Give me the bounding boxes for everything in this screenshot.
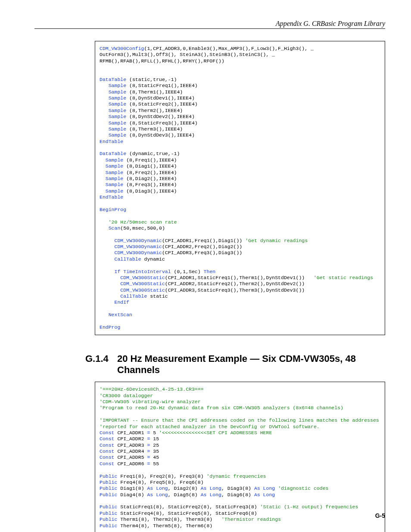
code-token: (8,Therm3(),IEEE4) xyxy=(126,126,183,132)
code-token: Sample xyxy=(106,157,123,163)
code-token: Sample xyxy=(106,170,123,175)
code-token: Scan xyxy=(109,225,121,231)
code-token: Sample xyxy=(109,132,126,138)
code-token: CPI_ADDR3 xyxy=(115,442,147,448)
code-token: Sample xyxy=(109,89,126,95)
code-token: 'Thermistor readings xyxy=(221,516,281,522)
code-token: Sample xyxy=(109,126,126,132)
code-token xyxy=(100,108,109,113)
code-token: CDM_VW300Static xyxy=(120,281,165,286)
code-token: Freq1(8), Freq2(8), Freq3(8) xyxy=(117,473,206,479)
code-token: Sample xyxy=(109,95,126,101)
code-token: Const xyxy=(100,430,115,436)
code-token xyxy=(100,244,115,249)
code-token: CDM_VW300Dynamic xyxy=(115,238,162,243)
code-token: StaticFreq4(8), StaticFreq5(8), StaticFr… xyxy=(117,510,257,516)
code-token: Const xyxy=(100,436,115,442)
code-listing-2: '===20Hz-6Devices8Ch_4-25-13.CR3=== 'CR3… xyxy=(95,382,385,532)
code-token: Sample xyxy=(109,83,126,88)
code-token: DataTable xyxy=(100,151,126,156)
code-token: CDM_VW300Static xyxy=(120,287,165,293)
code-token: (8,DynStdDev2(),IEEE4) xyxy=(126,114,195,119)
code-token: (CPI_ADDR2,StaticFreq2(),Therm2(),DynStd… xyxy=(165,281,305,286)
code-token: Freq4(8), Freq5(8), Freq6(8) xyxy=(117,479,203,485)
code-token xyxy=(100,157,106,163)
code-token: dynamic xyxy=(141,256,165,262)
code-token: CDM_VW300Dynamic xyxy=(115,250,162,255)
code-token: (8,Diag3(),IEEE4) xyxy=(123,188,177,194)
code-token: 55 xyxy=(150,461,159,467)
code-token: (8,StaticFreq3(),IEEE4) xyxy=(126,120,198,126)
code-token xyxy=(100,287,120,293)
page-number: G-5 xyxy=(375,512,385,519)
code-token xyxy=(100,120,109,126)
code-token: static xyxy=(147,293,168,299)
code-token xyxy=(100,182,106,187)
code-token xyxy=(100,126,109,132)
code-token: (1,CPI_ADDR3,0,Enable3(),Max_AMP3(),F_Lo… xyxy=(144,46,314,51)
code-token: 15 xyxy=(150,436,159,442)
code-token xyxy=(100,293,120,299)
code-token: As Long xyxy=(201,485,221,491)
code-token xyxy=(100,101,109,107)
code-token: EndTable xyxy=(100,139,123,144)
code-token: (8,DynStdDev3(),IEEE4) xyxy=(126,132,195,138)
code-token: , Diag2(8) xyxy=(168,485,201,491)
code-token xyxy=(100,238,115,243)
code-token: Public xyxy=(100,510,117,516)
code-token: BeginProg xyxy=(100,207,126,212)
code-token: Public xyxy=(100,473,117,479)
code-token: , Diag5(8) xyxy=(168,492,201,498)
code-token: (8,Therm2(),IEEE4) xyxy=(126,108,183,113)
code-token: (8,Therm1(),IEEE4) xyxy=(126,89,183,95)
code-token: (CPI_ADDR3,Freq3(),Diag3()) xyxy=(162,250,242,255)
code-token: Sample xyxy=(106,163,123,169)
code-token: Const xyxy=(100,461,115,467)
code-token: 45 xyxy=(150,454,159,460)
code-token: Public xyxy=(100,492,117,498)
code-token: CPI_ADDR1 xyxy=(115,430,147,436)
code-token: , Diag6(8) xyxy=(221,492,254,498)
code-token: 'IMPORTANT -- Ensure that the CPI addres… xyxy=(100,417,379,423)
code-token: Diag4(8) xyxy=(117,492,147,498)
code-token: 'CDM-VW305 vibrating-wire analyzer xyxy=(100,399,201,404)
code-token: CPI_ADDR6 xyxy=(115,461,147,467)
code-token xyxy=(100,250,115,255)
code-token: CallTable xyxy=(120,293,147,299)
code-token xyxy=(100,275,120,280)
code-token: (8,Diag2(),IEEE4) xyxy=(123,176,177,181)
code-token: CPI_ADDR5 xyxy=(115,454,147,460)
code-token xyxy=(100,83,109,88)
code-token: (8,Freq2(),IEEE4) xyxy=(123,170,177,175)
code-token: DataTable xyxy=(100,77,126,82)
code-token: OutForm3(),Mult3(),Off3(), SteinA3(),Ste… xyxy=(100,52,275,57)
code-token: '===20Hz-6Devices8Ch_4-25-13.CR3=== xyxy=(100,386,204,392)
code-token: As Long xyxy=(147,492,168,498)
code-token: Sample xyxy=(106,188,123,194)
code-token xyxy=(100,281,120,286)
code-listing-1: CDM_VW300Config(1,CPI_ADDR3,0,Enable3(),… xyxy=(95,41,385,335)
code-token: As Long xyxy=(254,485,275,491)
code-token: (CPI_ADDR1,StaticFreq1(),Therm1(),DynStd… xyxy=(165,275,314,280)
code-token: 25 xyxy=(150,442,159,448)
code-token: As Long xyxy=(254,492,275,498)
code-token: (8,Freq1(),IEEE4) xyxy=(123,157,177,163)
code-token: '<<<<<<<<<<<<<<<SET CPI ADDRESSES HERE xyxy=(159,430,272,436)
code-token: CPI_ADDR4 xyxy=(115,448,147,454)
code-token: 'CR3000 datalogger xyxy=(100,393,153,398)
code-token: (8,DynStdDev1(),IEEE4) xyxy=(126,95,195,101)
code-token: CDM_VW300Static xyxy=(120,275,165,280)
code-token: (static,true,-1) xyxy=(126,77,177,82)
code-token xyxy=(100,170,106,175)
code-token: Sample xyxy=(109,114,126,119)
code-token: CDM_VW300Dynamic xyxy=(115,244,162,249)
code-token: EndIf xyxy=(115,299,130,305)
code-token: '20 Hz/50msec scan rate xyxy=(109,219,177,225)
code-token: Public xyxy=(100,516,117,522)
code-token xyxy=(100,256,115,262)
code-token: (8,StaticFreq2(),IEEE4) xyxy=(126,101,198,107)
code-token: 'reported for each attached analyzer in … xyxy=(100,424,320,429)
code-token: , Diag3(8) xyxy=(221,485,254,491)
code-token: Const xyxy=(100,442,115,448)
code-token: Sample xyxy=(109,101,126,107)
